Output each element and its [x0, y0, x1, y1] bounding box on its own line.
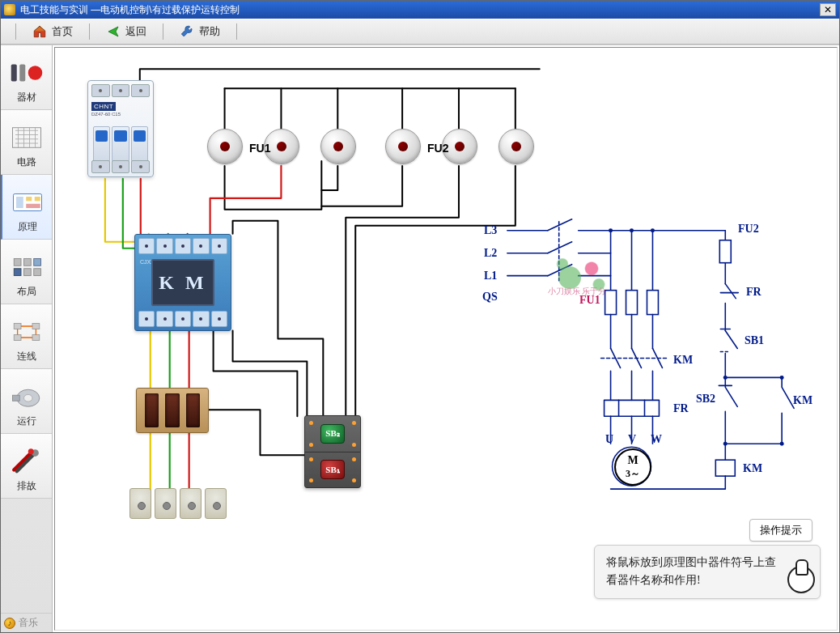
breaker-device[interactable]: CHNT DZ47-60 C15	[87, 80, 154, 177]
svg-rect-7	[34, 197, 40, 201]
svg-point-31	[630, 228, 634, 232]
sidebar-item-dianlu[interactable]: 电路	[1, 110, 52, 175]
pushbutton-box[interactable]: SB₂ SB₁	[304, 415, 361, 488]
close-button[interactable]: ✕	[820, 3, 836, 16]
app-icon	[4, 4, 15, 15]
sidebar-item-yuanli[interactable]: 原理	[1, 175, 52, 240]
svg-rect-0	[11, 65, 16, 82]
watermark: 小刀娱乐 乐于分	[541, 255, 613, 300]
sidebar-item-qicai[interactable]: 器材	[1, 45, 52, 110]
svg-rect-10	[23, 259, 31, 266]
fuse-fu2-a[interactable]	[385, 129, 421, 164]
svg-rect-14	[33, 269, 40, 276]
svg-rect-26	[647, 291, 658, 315]
sidebar-label-yuanli: 原理	[18, 220, 37, 234]
sidebar-item-yunxing[interactable]: 运行	[1, 369, 52, 434]
fu2-label: FU2	[427, 142, 448, 155]
back-label: 返回	[125, 24, 146, 39]
fuse-fu1-a[interactable]	[207, 129, 243, 164]
music-label: 音乐	[19, 616, 38, 630]
window-title: 电工技能与实训 —电动机控制\有过载保护运转控制	[20, 3, 240, 17]
sidebar-item-paigu[interactable]: 排故	[1, 434, 52, 499]
sb1-button[interactable]: SB₁	[320, 460, 345, 479]
svg-rect-9	[14, 259, 21, 266]
sidebar-label-lianxian: 连线	[17, 350, 36, 363]
svg-rect-25	[626, 291, 638, 315]
svg-rect-17	[14, 335, 21, 341]
sidebar-item-buju[interactable]: 布局	[1, 240, 52, 304]
label-sb1: SB1	[745, 334, 764, 347]
motor-symbol[interactable]: M 3～	[614, 448, 651, 486]
label-fr-main: FR	[673, 402, 689, 415]
label-u: U	[605, 433, 613, 446]
label-km-aux: KM	[793, 394, 812, 407]
svg-rect-29	[715, 460, 735, 476]
svg-point-36	[780, 442, 784, 446]
sidebar: 器材 电路 原理	[1, 45, 53, 632]
home-button[interactable]: 首页	[24, 21, 81, 42]
label-fu2: FU2	[738, 223, 759, 236]
close-icon: ✕	[824, 4, 832, 15]
svg-point-34	[723, 442, 728, 446]
wire-icon	[10, 317, 44, 346]
svg-rect-5	[16, 197, 23, 208]
layout-icon	[10, 253, 44, 282]
home-label: 首页	[52, 24, 73, 39]
svg-point-2	[28, 66, 42, 80]
help-label: 帮助	[199, 24, 220, 39]
svg-point-35	[780, 376, 784, 380]
svg-point-30	[609, 228, 613, 232]
label-km-coil: KM	[743, 462, 762, 475]
sidebar-label-qicai: 器材	[17, 91, 36, 104]
circuit-icon	[10, 123, 44, 152]
watermark-text: 小刀娱乐 乐于分	[541, 286, 613, 297]
svg-rect-15	[14, 324, 21, 329]
label-sb2: SB2	[696, 393, 715, 406]
contactor-label: K M	[151, 259, 214, 306]
components-icon	[10, 58, 44, 87]
music-button[interactable]: ♪ 音乐	[1, 613, 52, 632]
fu1-label: FU1	[249, 142, 270, 155]
toolbar: 首页 返回 帮助	[1, 19, 839, 45]
diagram-canvas[interactable]: CHNT DZ47-60 C15 FU1 FU2 CJX2 2510 K M	[54, 47, 838, 631]
contactor-device[interactable]: CJX2 2510 K M	[134, 234, 231, 331]
label-l1: L1	[484, 270, 497, 283]
output-terminals[interactable]	[129, 488, 227, 519]
breaker-model: DZ47-60 C15	[91, 112, 121, 117]
svg-rect-13	[23, 269, 31, 276]
hint-title-text: 操作提示	[760, 524, 802, 536]
motor-3p: 3～	[626, 467, 640, 481]
svg-rect-8	[26, 204, 40, 208]
fuse-fu2-c[interactable]	[498, 129, 534, 164]
svg-rect-11	[33, 259, 40, 266]
svg-point-33	[723, 376, 728, 380]
label-qs: QS	[482, 291, 498, 304]
fuse-fu1-c[interactable]	[320, 129, 356, 164]
svg-point-23	[28, 448, 33, 454]
back-arrow-icon	[106, 24, 121, 39]
troubleshoot-icon	[10, 447, 44, 476]
sb2-label: SB₂	[325, 428, 339, 439]
home-icon	[32, 24, 47, 39]
svg-rect-18	[32, 335, 40, 341]
svg-rect-12	[14, 269, 21, 276]
label-km-main: KM	[673, 354, 693, 367]
sb1-label: SB₁	[325, 465, 339, 475]
sb2-button[interactable]: SB₂	[320, 424, 345, 444]
motor-m: M	[627, 454, 638, 467]
titlebar: 电工技能与实训 —电动机控制\有过载保护运转控制 ✕	[1, 1, 839, 19]
sidebar-label-yunxing: 运行	[17, 414, 36, 428]
music-note-icon: ♪	[4, 618, 15, 629]
hint-panel: 将鼠标放到原理图中器件符号上查看器件名称和作用!	[594, 545, 821, 599]
svg-point-32	[651, 228, 655, 232]
svg-point-21	[23, 394, 32, 401]
label-fr-aux: FR	[746, 286, 762, 299]
label-fu1: FU1	[579, 294, 600, 307]
hint-title[interactable]: 操作提示	[749, 519, 812, 542]
motor-icon	[10, 382, 44, 411]
svg-rect-28	[719, 240, 731, 263]
help-button[interactable]: 帮助	[172, 21, 228, 42]
thermal-relay-device[interactable]	[136, 388, 209, 433]
sidebar-item-lianxian[interactable]: 连线	[1, 304, 52, 369]
back-button[interactable]: 返回	[98, 21, 155, 42]
